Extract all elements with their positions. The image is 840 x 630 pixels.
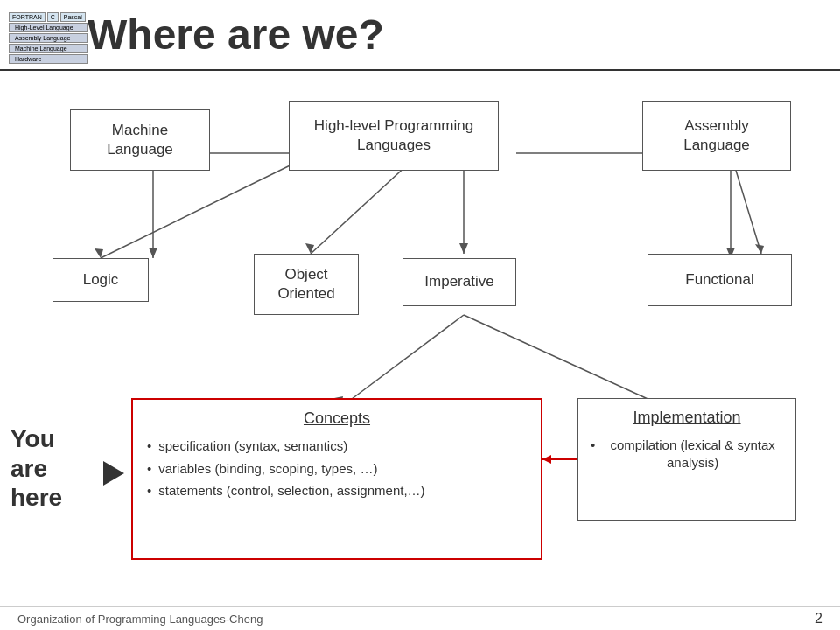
stack-machine: Machine Language [9, 44, 88, 53]
footer-org: Organization of Programming Languages-Ch… [18, 612, 262, 626]
implementation-box: Implementation • compilation (lexical & … [578, 398, 796, 521]
svg-line-14 [341, 315, 464, 407]
header: FORTRAN C Pascal High-Level Language Ass… [0, 0, 840, 71]
implementation-item-1: • compilation (lexical & syntax analysis… [591, 437, 783, 471]
stack-assembly: Assembly Language [9, 33, 88, 43]
machine-language-box: Machine Language [70, 109, 210, 171]
svg-marker-4 [94, 248, 103, 258]
concepts-item-1: • specification (syntax, semantics) [147, 438, 347, 455]
stack-fortran: FORTRAN [9, 12, 46, 22]
you-are-here-label: Youarehere [10, 424, 62, 513]
concepts-item-3: • statements (control, selection, assign… [147, 482, 425, 500]
svg-marker-2 [149, 248, 158, 258]
svg-marker-13 [755, 244, 764, 254]
functional-box: Functional [648, 254, 792, 306]
implementation-title: Implementation [591, 408, 783, 428]
concepts-item-2: • variables (binding, scoping, types, …) [147, 460, 377, 478]
diagram-area: Machine Language High-level Programming … [0, 83, 840, 604]
svg-marker-8 [459, 243, 468, 254]
imperative-box: Imperative [402, 258, 516, 306]
stack-diagram: FORTRAN C Pascal High-Level Language Ass… [9, 12, 88, 64]
high-level-box: High-level Programming Languages [289, 101, 499, 171]
footer: Organization of Programming Languages-Ch… [0, 606, 840, 630]
concepts-title: Concepts [147, 409, 527, 429]
assembly-language-box: Assembly Language [642, 101, 791, 171]
footer-page: 2 [815, 611, 822, 626]
page-title: Where are we? [88, 9, 384, 59]
you-are-here-arrow [103, 461, 124, 486]
logic-box: Logic [52, 258, 149, 302]
object-oriented-box: Object Oriented [254, 254, 359, 315]
stack-c: C [47, 12, 59, 22]
svg-marker-6 [305, 243, 314, 254]
stack-pascal: Pascal [60, 12, 86, 22]
stack-hardware: Hardware [9, 54, 88, 64]
svg-line-16 [464, 315, 665, 407]
svg-marker-20 [542, 455, 551, 464]
stack-highlevel: High-Level Language [9, 23, 88, 32]
concepts-box: Concepts • specification (syntax, semant… [131, 398, 542, 560]
